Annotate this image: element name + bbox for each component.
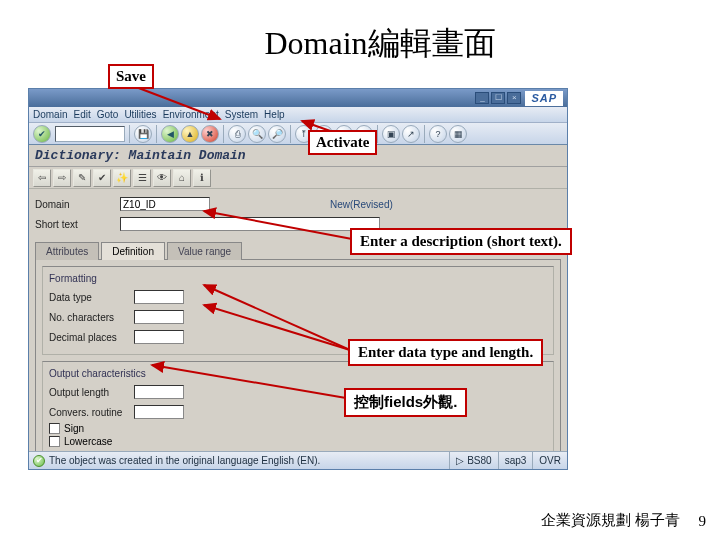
menu-utilities[interactable]: Utilities xyxy=(124,109,156,120)
convexit-label: Convers. routine xyxy=(49,407,134,418)
domain-label: Domain xyxy=(35,199,120,210)
app-check-button[interactable]: ✔ xyxy=(93,169,111,187)
sign-label: Sign xyxy=(64,423,84,434)
decimals-field[interactable] xyxy=(134,330,184,344)
callout-shorttext: Enter a description (short text). xyxy=(350,228,572,255)
page-number: 9 xyxy=(699,513,707,530)
page-title: Dictionary: Maintain Domain xyxy=(29,145,567,167)
findnext-button[interactable]: 🔎 xyxy=(268,125,286,143)
toolbar-app: ⇦ ⇨ ✎ ✔ ✨ ☰ 👁 ⌂ ℹ xyxy=(29,167,567,189)
shorttext-field[interactable] xyxy=(120,217,380,231)
print-button[interactable]: ⎙ xyxy=(228,125,246,143)
sap-logo: SAP xyxy=(525,91,563,106)
statusbar: ✔ The object was created in the original… xyxy=(29,451,567,469)
status-cell-mode: OVR xyxy=(532,452,567,469)
maximize-button[interactable]: ☐ xyxy=(491,92,505,104)
tab-attributes[interactable]: Attributes xyxy=(35,242,99,260)
find-button[interactable]: 🔍 xyxy=(248,125,266,143)
status-ok-icon: ✔ xyxy=(33,455,45,467)
callout-output: 控制fields外觀. xyxy=(344,388,467,417)
app-whereused-button[interactable]: ☰ xyxy=(133,169,151,187)
newsession-button[interactable]: ▣ xyxy=(382,125,400,143)
tab-definition[interactable]: Definition xyxy=(101,242,165,260)
decimals-label: Decimal places xyxy=(49,332,134,343)
slide-footer: 企業資源規劃 楊子青 xyxy=(541,511,680,530)
cancel-button[interactable]: ✖ xyxy=(201,125,219,143)
datatype-label: Data type xyxy=(49,292,134,303)
shorttext-label: Short text xyxy=(35,219,120,230)
status-message: The object was created in the original l… xyxy=(49,455,320,466)
shortcut-button[interactable]: ↗ xyxy=(402,125,420,143)
app-info-button[interactable]: ℹ xyxy=(193,169,211,187)
lowercase-label: Lowercase xyxy=(64,436,112,447)
outputlen-label: Output length xyxy=(49,387,134,398)
exit-button[interactable]: ▲ xyxy=(181,125,199,143)
status-cell-client: sap3 xyxy=(498,452,533,469)
nochars-field[interactable] xyxy=(134,310,184,324)
save-button[interactable]: 💾 xyxy=(134,125,152,143)
sign-checkbox[interactable] xyxy=(49,423,60,434)
status-text: New(Revised) xyxy=(330,199,393,210)
convexit-field[interactable] xyxy=(134,405,184,419)
nochars-label: No. characters xyxy=(49,312,134,323)
minimize-button[interactable]: _ xyxy=(475,92,489,104)
back-button[interactable]: ◀ xyxy=(161,125,179,143)
group-outputchar: Output characteristics Output length Con… xyxy=(42,361,554,454)
app-nav-fwd-button[interactable]: ⇨ xyxy=(53,169,71,187)
menubar: Domain Edit Goto Utilities Environment S… xyxy=(29,107,567,123)
datatype-field[interactable] xyxy=(134,290,184,304)
group-output-title: Output characteristics xyxy=(49,368,547,379)
callout-save: Save xyxy=(108,64,154,89)
app-nav-back-button[interactable]: ⇦ xyxy=(33,169,51,187)
close-button[interactable]: × xyxy=(507,92,521,104)
domain-field[interactable] xyxy=(120,197,210,211)
menu-goto[interactable]: Goto xyxy=(97,109,119,120)
slide-title: Domain編輯畫面 xyxy=(40,22,720,66)
enter-button[interactable]: ✔ xyxy=(33,125,51,143)
outputlen-field[interactable] xyxy=(134,385,184,399)
activate-button[interactable]: ✨ xyxy=(113,169,131,187)
titlebar: _ ☐ × SAP xyxy=(29,89,567,107)
menu-domain[interactable]: Domain xyxy=(33,109,67,120)
menu-help[interactable]: Help xyxy=(264,109,285,120)
menu-edit[interactable]: Edit xyxy=(73,109,90,120)
group-formatting-title: Formatting xyxy=(49,273,547,284)
menu-environment[interactable]: Environment xyxy=(163,109,219,120)
help-icon[interactable]: ? xyxy=(429,125,447,143)
sap-window: _ ☐ × SAP Domain Edit Goto Utilities Env… xyxy=(28,88,568,470)
app-display-button[interactable]: 👁 xyxy=(153,169,171,187)
callout-activate: Activate xyxy=(308,130,377,155)
menu-system[interactable]: System xyxy=(225,109,258,120)
callout-datatype: Enter data type and length. xyxy=(348,339,543,366)
tab-valuerange[interactable]: Value range xyxy=(167,242,242,260)
toolbar-standard: ✔ 💾 ◀ ▲ ✖ ⎙ 🔍 🔎 ⤒ ▲ ▼ ⤓ ▣ ↗ ? ▦ xyxy=(29,123,567,145)
app-hierarchy-button[interactable]: ⌂ xyxy=(173,169,191,187)
layout-button[interactable]: ▦ xyxy=(449,125,467,143)
lowercase-checkbox[interactable] xyxy=(49,436,60,447)
command-field[interactable] xyxy=(55,126,125,142)
status-cell-system: ▷ BS80 xyxy=(449,452,497,469)
app-otherobj-button[interactable]: ✎ xyxy=(73,169,91,187)
